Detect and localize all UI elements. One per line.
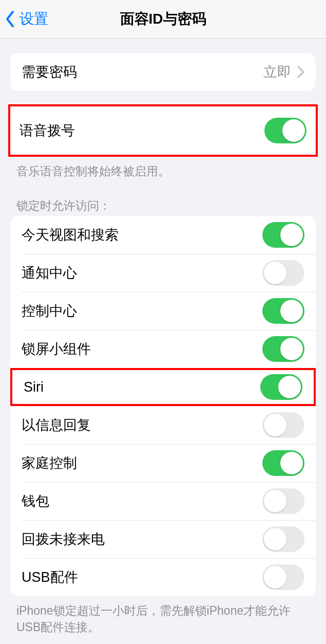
lock-access-toggle[interactable] xyxy=(262,412,304,438)
lock-access-cell: 今天视图和搜索 xyxy=(10,216,316,254)
voice-dial-cell: 语音拨号 xyxy=(10,106,316,155)
back-label: 设置 xyxy=(20,9,48,29)
lock-access-label: USB配件 xyxy=(22,568,262,586)
voice-dial-label: 语音拨号 xyxy=(20,121,264,140)
lock-access-toggle[interactable] xyxy=(262,336,304,362)
chevron-right-icon xyxy=(297,66,304,78)
lock-access-group: 今天视图和搜索通知中心控制中心锁屏小组件Siri以信息回复家庭控制钱包回拨未接来… xyxy=(10,216,316,596)
voice-dial-highlight: 语音拨号 xyxy=(8,104,318,157)
lock-access-cell: 钱包 xyxy=(10,482,316,520)
lock-access-cell: 以信息回复 xyxy=(10,406,316,444)
lock-access-toggle[interactable] xyxy=(260,374,302,400)
lock-access-label: 控制中心 xyxy=(22,302,262,320)
lock-access-cell: 家庭控制 xyxy=(10,444,316,482)
lock-access-label: 以信息回复 xyxy=(22,416,262,434)
lock-access-toggle[interactable] xyxy=(262,260,304,286)
lock-access-toggle[interactable] xyxy=(262,526,304,552)
lock-access-label: 钱包 xyxy=(22,492,262,510)
lock-access-header: 锁定时允许访问： xyxy=(0,179,326,216)
lock-access-toggle[interactable] xyxy=(262,222,304,248)
page-title: 面容ID与密码 xyxy=(0,9,326,29)
lock-access-toggle[interactable] xyxy=(262,450,304,476)
lock-access-label: 家庭控制 xyxy=(22,454,262,472)
voice-dial-toggle[interactable] xyxy=(264,118,306,143)
lock-access-label: 锁屏小组件 xyxy=(22,340,262,358)
require-passcode-label: 需要密码 xyxy=(22,63,263,81)
lock-access-cell: 锁屏小组件 xyxy=(10,330,316,368)
lock-access-label: Siri xyxy=(24,379,260,395)
chevron-left-icon xyxy=(5,10,15,28)
passcode-group: 需要密码 立即 xyxy=(10,53,316,91)
lock-access-cell: 回拨未接来电 xyxy=(10,520,316,558)
nav-bar: 设置 面容ID与密码 xyxy=(0,0,326,39)
back-button[interactable]: 设置 xyxy=(0,9,48,29)
lock-access-cell: 通知中心 xyxy=(10,254,316,292)
lock-access-label: 回拨未接来电 xyxy=(22,530,262,548)
require-passcode-value: 立即 xyxy=(263,63,291,81)
lock-access-label: 今天视图和搜索 xyxy=(22,226,262,244)
lock-access-cell: 控制中心 xyxy=(10,292,316,330)
require-passcode-cell[interactable]: 需要密码 立即 xyxy=(10,53,316,91)
lock-access-cell: Siri xyxy=(10,368,316,406)
lock-access-toggle[interactable] xyxy=(262,488,304,514)
voice-dial-footer: 音乐语音控制将始终被启用。 xyxy=(0,157,326,179)
lock-access-toggle[interactable] xyxy=(262,564,304,590)
lock-access-label: 通知中心 xyxy=(22,264,262,282)
lock-access-footer: iPhone锁定超过一小时后，需先解锁iPhone才能允许USB配件连接。 xyxy=(0,596,326,635)
lock-access-toggle[interactable] xyxy=(262,298,304,324)
lock-access-cell: USB配件 xyxy=(10,558,316,596)
